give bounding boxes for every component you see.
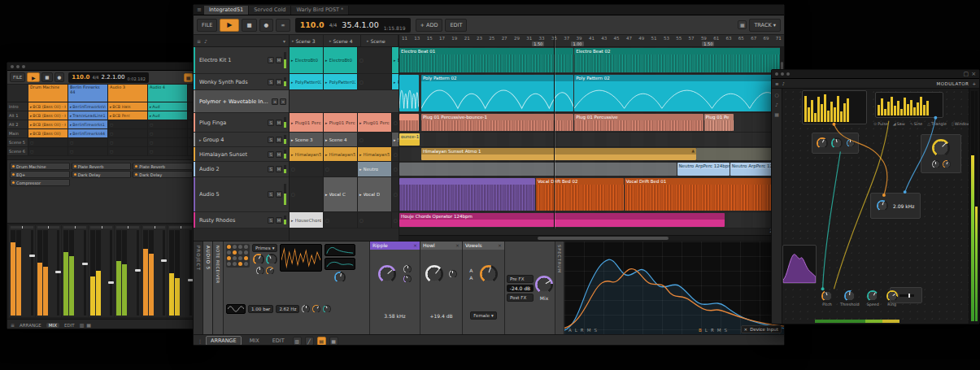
step-bar[interactable] — [900, 109, 903, 115]
notes-tool-icon[interactable]: ♪ — [775, 102, 778, 107]
arranger-lane[interactable]: Electro Beat 01Electro Beat 02 — [399, 47, 784, 74]
volume-fader[interactable] — [110, 230, 112, 316]
step-bar[interactable] — [913, 107, 916, 115]
spectrum-channel-button[interactable]: B — [699, 328, 702, 333]
empty-clip-slot[interactable]: ▢ — [148, 138, 188, 146]
arranger-empty-area[interactable] — [399, 229, 784, 235]
mute-button[interactable]: M — [276, 166, 282, 172]
edit-mode-button[interactable]: EDIT — [445, 19, 467, 32]
play-button[interactable]: ▶ — [220, 19, 239, 32]
clip[interactable]: ▸BCB (Bass Oil) — [28, 129, 68, 137]
mute-button[interactable]: M — [276, 151, 282, 158]
clip[interactable]: ▸BerlinFirewrks44 — [68, 129, 108, 137]
empty-clip-slot[interactable]: ▢ — [358, 74, 392, 89]
arranger-clip[interactable] — [399, 114, 419, 131]
prob-bar[interactable] — [821, 104, 823, 122]
macro-knob-speed[interactable]: Speed — [867, 290, 879, 307]
step-bar[interactable] — [878, 105, 880, 115]
mixer-track-header[interactable]: Audio 4 — [148, 85, 188, 102]
app-menu-icon[interactable]: ≡ — [197, 7, 202, 13]
solo-button[interactable]: S — [268, 79, 274, 85]
clip[interactable]: ▸Aud — [148, 102, 188, 111]
inline-device-item[interactable]: Polymer + Wavetable Index+× — [194, 90, 289, 113]
wavetable-select[interactable]: Primes ▾ — [252, 244, 277, 252]
track-row[interactable]: Himalayan SunsetSM — [194, 147, 289, 162]
clip-slot[interactable]: ▸Himalayan51 — [324, 147, 358, 161]
step-bar[interactable] — [887, 102, 890, 115]
arranger-lane[interactable]: Poly Pattern 02Poly Pattern 02 — [399, 74, 784, 113]
grid-knob[interactable] — [817, 137, 828, 149]
arranger-clip[interactable] — [399, 178, 535, 211]
fx-gain-value[interactable]: -24.0 dB — [507, 285, 534, 292]
scene-label[interactable]: Intro — [7, 102, 28, 111]
empty-clip-slot[interactable]: ▢ — [392, 162, 399, 176]
arranger-lane[interactable]: Houje Chords Operator 124bpm — [399, 212, 784, 229]
stop-button[interactable]: ■ — [242, 19, 256, 32]
track-row[interactable]: Wonky Synth PadsSM — [194, 74, 289, 90]
grid-icon[interactable]: ▦ — [86, 322, 91, 328]
step-bar[interactable] — [923, 105, 926, 115]
search-icon[interactable]: ○ — [774, 92, 778, 98]
scene-header[interactable]: ▸Scene 3 — [290, 35, 324, 46]
device-panel-tab-audio5[interactable]: AUDIO 5 — [203, 242, 213, 334]
prob-bar[interactable] — [827, 111, 830, 122]
step-bar[interactable] — [920, 97, 922, 115]
arranger-clip[interactable]: Neutro ArpPerc 124bpm — [677, 163, 730, 176]
browser-icon[interactable]: ▤ — [317, 337, 326, 346]
arranger-clip[interactable]: Plug 01 Pe — [704, 114, 734, 131]
view-toggle-arrange[interactable]: ARRANGE — [206, 336, 242, 346]
pre-fx-button[interactable]: Pre FX — [507, 275, 534, 283]
close-icon[interactable]: × — [455, 242, 460, 250]
record-button[interactable]: ● — [259, 19, 274, 32]
prob-bar[interactable] — [840, 111, 843, 122]
device-chip[interactable]: Compressor — [10, 179, 70, 186]
empty-clip-slot[interactable]: ▢ — [28, 138, 68, 146]
mini-fader[interactable] — [899, 294, 914, 297]
macro-knob-pitch[interactable]: Pitch — [821, 290, 833, 307]
ripple-freq-knob[interactable] — [378, 265, 396, 283]
empty-clip-slot[interactable]: ▢ — [148, 120, 188, 128]
device-chip[interactable]: Plate Reverb — [72, 163, 132, 170]
track-row[interactable]: Plug FingaSM — [194, 113, 289, 133]
empty-clip-slot[interactable]: ▢ — [324, 212, 358, 228]
pan-control[interactable] — [169, 226, 192, 229]
mix-knob[interactable] — [535, 276, 553, 294]
arranger-clip[interactable]: Himalayan Sunset Atmo 1▲ — [421, 148, 696, 160]
clip[interactable]: ▸TranceLeadLine1 — [68, 111, 108, 120]
clip[interactable]: ▸BCB (Bass Oil) - HiL — [28, 102, 68, 111]
grid-knob[interactable] — [847, 139, 855, 147]
device-panel-tab-project[interactable]: PROJECT — [194, 242, 203, 334]
pan-control[interactable] — [63, 226, 86, 229]
arranger-clip[interactable]: Electro Beat 02 — [574, 48, 783, 72]
grid-tool-icon[interactable]: ▦ — [774, 111, 779, 117]
track-row[interactable]: ▸Group 4SM — [194, 133, 289, 147]
scene-label[interactable]: Scene 6 — [7, 147, 28, 155]
clip-slot[interactable]: ▸Scene 4 — [324, 133, 358, 146]
scene-label[interactable]: Scene 5 — [7, 138, 28, 146]
solo-button[interactable]: S — [268, 191, 274, 198]
mute-button[interactable]: M — [276, 57, 282, 63]
launcher-empty-area[interactable] — [290, 229, 399, 241]
file-menu-button[interactable]: FILE — [10, 72, 25, 82]
pan-control[interactable] — [116, 226, 139, 229]
vowels-voice-select[interactable]: Female ▾ — [470, 311, 497, 320]
volume-fader[interactable] — [57, 230, 59, 316]
track-button[interactable]: TRACK ▾ — [749, 19, 781, 32]
empty-clip-slot[interactable]: ▢ — [290, 162, 324, 176]
song-position[interactable]: 35.4.1.00 — [342, 20, 378, 29]
device-chip[interactable]: Plate Reverb — [133, 163, 193, 170]
timeline-marker[interactable]: 1.50 — [702, 41, 714, 46]
step-bar[interactable] — [910, 100, 912, 116]
grid-knob[interactable] — [943, 160, 951, 168]
tempo-value[interactable]: 110.0 — [300, 20, 324, 29]
polymer-knob[interactable] — [253, 254, 264, 265]
prob-bar[interactable] — [814, 113, 817, 122]
prob-bar[interactable] — [830, 102, 833, 122]
empty-clip-slot[interactable]: ▢ — [68, 138, 108, 146]
spectrum-analyzer[interactable]: ALRMS BLRMS × Device Input — [564, 242, 784, 334]
prob-bar[interactable] — [808, 107, 810, 122]
clip-slot[interactable]: ▸ElectroBt0 — [324, 47, 358, 73]
arranger-lane[interactable]: Neutro ArpPerc 124bpmNeutro ArpPerc 124b… — [399, 162, 784, 177]
spectrum-input-select[interactable]: × Device Input — [741, 325, 782, 333]
step-bar[interactable] — [917, 102, 919, 115]
